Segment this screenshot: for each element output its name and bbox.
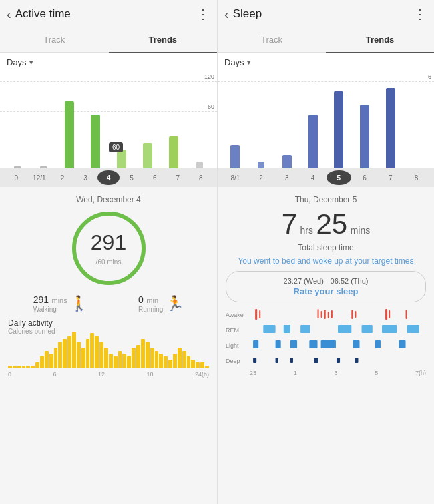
light-svg <box>250 338 426 350</box>
x-label-4r: 4 <box>300 174 325 182</box>
x-label-4-selected: 4 <box>97 170 120 185</box>
cal-bar <box>81 348 85 368</box>
rate-sleep-box[interactable]: 23:27 (Wed) - 06:52 (Thu) Rate your slee… <box>226 271 426 302</box>
rate-sleep-link[interactable]: Rate your sleep <box>234 286 417 296</box>
cal-bar <box>132 348 136 368</box>
cal-bar <box>155 351 159 368</box>
back-button-left[interactable]: ‹ <box>7 7 11 22</box>
svg-rect-24 <box>309 340 317 348</box>
cal-bar <box>164 356 168 368</box>
svg-rect-26 <box>353 340 359 348</box>
sleep-total-label: Total sleep time <box>226 243 426 252</box>
svg-rect-9 <box>351 310 353 319</box>
sleep-row-awake: Awake <box>226 308 426 322</box>
tab-track-left[interactable]: Track <box>0 28 109 52</box>
svg-rect-2 <box>255 309 257 320</box>
sleep-stage-chart: Awake <box>226 308 426 376</box>
run-icon: 🏃 <box>166 295 184 312</box>
cal-bar <box>99 342 103 368</box>
cal-bar <box>196 362 200 368</box>
svg-rect-13 <box>406 310 407 319</box>
x-label-8l: 8 <box>190 174 212 182</box>
cal-bar <box>173 354 177 368</box>
x-label-7r: 7 <box>379 174 403 182</box>
cal-bar <box>150 348 154 368</box>
run-value: 0 <box>138 294 144 305</box>
sleep-panel: ‹ Sleep ⋮ Track Trends Days ▼ 6 <box>217 0 434 504</box>
cal-bar <box>13 366 17 368</box>
svg-rect-5 <box>321 311 322 318</box>
menu-button-right[interactable]: ⋮ <box>413 6 427 22</box>
awake-svg <box>250 308 426 320</box>
sleep-mins-label: mins <box>351 225 371 236</box>
svg-rect-14 <box>263 325 275 333</box>
sleep-title: Sleep <box>233 7 413 21</box>
daily-title: Daily activity <box>8 318 209 328</box>
walk-label: Walking <box>33 306 67 313</box>
cal-bar <box>187 356 191 368</box>
svg-rect-10 <box>355 311 356 318</box>
svg-rect-11 <box>385 309 387 320</box>
run-unit: min <box>146 296 158 304</box>
bar-col-4 <box>110 150 134 168</box>
cal-bar <box>118 351 122 368</box>
bar-col-7 <box>187 162 212 168</box>
bar-col-6 <box>161 136 186 168</box>
cal-bar <box>114 356 118 368</box>
sleep-mins: 25 <box>316 208 347 240</box>
active-time-header: ‹ Active time ⋮ <box>0 0 217 28</box>
sleep-x-7h: 7(h) <box>415 370 426 376</box>
svg-rect-12 <box>389 310 390 318</box>
x-axis-right: 8/1 2 3 4 5 6 7 8 <box>218 168 434 187</box>
svg-rect-16 <box>300 325 310 333</box>
circle-progress: 291 /60 mins <box>69 208 149 288</box>
circle-container: 291 /60 mins <box>8 208 209 288</box>
sleep-bar-0 <box>223 145 248 168</box>
svg-rect-3 <box>259 310 260 318</box>
walk-stat: 291 mins Walking 🚶 <box>33 294 88 313</box>
cal-bar <box>35 362 39 368</box>
svg-rect-32 <box>314 358 318 363</box>
cal-bar <box>182 351 186 368</box>
svg-rect-4 <box>318 309 319 318</box>
tab-trends-left[interactable]: Trends <box>109 28 218 52</box>
rem-svg <box>250 323 426 335</box>
svg-rect-22 <box>276 340 281 348</box>
cal-bar <box>95 336 99 368</box>
tab-track-right[interactable]: Track <box>218 28 326 52</box>
days-dropdown-left[interactable]: Days ▼ <box>7 57 35 67</box>
light-bars <box>250 338 426 353</box>
sleep-bar-6 <box>379 88 403 168</box>
x-label-6l: 6 <box>144 174 166 182</box>
awake-bars <box>250 308 426 322</box>
svg-rect-19 <box>382 325 397 333</box>
menu-button-left[interactable]: ⋮ <box>196 6 210 22</box>
cal-bar <box>26 366 30 368</box>
cal-bar <box>72 332 76 368</box>
activity-stats: 291 mins Walking 🚶 0 min Running 🏃 <box>8 294 209 313</box>
tab-trends-right[interactable]: Trends <box>326 28 434 52</box>
sleep-chart-area: Days ▼ 6 <box>218 53 434 187</box>
x-label-3r: 3 <box>275 174 300 182</box>
sleep-x-3: 3 <box>334 370 337 376</box>
x-label-8r: 8 <box>404 174 429 182</box>
cal-bar <box>127 356 131 368</box>
back-button-right[interactable]: ‹ <box>224 7 229 22</box>
cal-bar <box>141 339 145 368</box>
cal-bar <box>63 339 67 368</box>
x-label-121: 12/1 <box>29 174 51 182</box>
x-label-81: 8/1 <box>223 174 248 182</box>
active-time-date: Wed, December 4 <box>8 195 209 204</box>
days-dropdown-right[interactable]: Days ▼ <box>224 57 252 67</box>
x-label-6r: 6 <box>353 174 377 182</box>
sleep-row-rem: REM <box>226 323 426 338</box>
cal-bar <box>136 345 140 368</box>
x-label-5l: 5 <box>121 174 143 182</box>
cal-bar <box>17 366 21 368</box>
active-time-title: Active time <box>15 7 196 21</box>
sleep-tabs: Track Trends <box>218 28 434 53</box>
circle-value: 291 /60 mins <box>91 230 126 267</box>
cal-bar <box>54 348 58 368</box>
x-label-2r: 2 <box>249 174 274 182</box>
bar-col-3 <box>83 115 108 168</box>
